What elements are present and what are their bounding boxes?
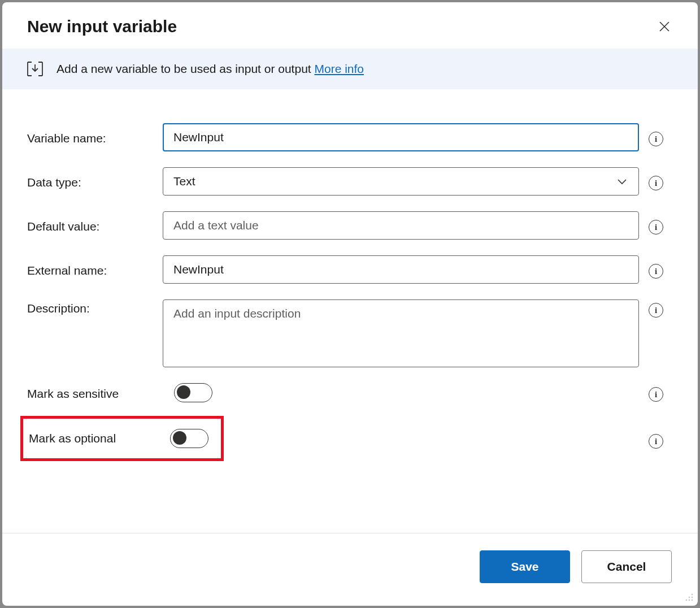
info-icon-sensitive[interactable]: i <box>649 387 663 402</box>
info-icon-data-type[interactable]: i <box>649 176 663 190</box>
toggle-knob <box>173 431 186 445</box>
sensitive-toggle[interactable] <box>174 383 212 402</box>
row-default-value: Default value: i <box>27 211 673 240</box>
external-name-input[interactable] <box>163 255 639 284</box>
info-icon-optional[interactable]: i <box>649 434 663 449</box>
info-icon-external-name[interactable]: i <box>649 264 663 279</box>
close-button[interactable] <box>656 18 673 35</box>
info-icon-variable-name[interactable]: i <box>649 132 663 146</box>
chevron-down-icon <box>616 175 628 188</box>
dialog-header: New input variable <box>2 2 698 49</box>
label-data-type: Data type: <box>27 173 163 189</box>
svg-point-5 <box>686 600 688 601</box>
row-data-type: Data type: Text i <box>27 167 673 196</box>
close-icon <box>659 21 670 32</box>
form-area: Variable name: i Data type: Text i Defau… <box>2 89 698 533</box>
data-type-select[interactable]: Text <box>163 167 639 196</box>
svg-point-4 <box>689 600 690 601</box>
row-variable-name: Variable name: i <box>27 123 673 151</box>
row-sensitive: Mark as sensitive i <box>27 383 673 402</box>
info-icon-description[interactable]: i <box>649 303 663 318</box>
dialog-footer: Save Cancel <box>2 533 698 606</box>
description-input[interactable] <box>163 299 639 367</box>
label-default-value: Default value: <box>27 218 163 233</box>
label-optional: Mark as optional <box>29 432 170 445</box>
more-info-link[interactable]: More info <box>314 62 364 75</box>
variable-name-input[interactable] <box>163 123 639 151</box>
optional-toggle[interactable] <box>170 429 208 448</box>
info-bar: Add a new variable to be used as input o… <box>2 49 698 89</box>
resize-grip-icon[interactable] <box>684 592 694 602</box>
row-optional: Mark as optional i <box>27 418 673 461</box>
info-icon-default-value[interactable]: i <box>649 220 663 234</box>
row-description: Description: i <box>27 299 673 367</box>
input-icon <box>27 61 43 77</box>
svg-point-2 <box>689 597 690 598</box>
dialog-title: New input variable <box>27 17 177 36</box>
toggle-knob <box>177 385 190 399</box>
label-description: Description: <box>27 299 163 315</box>
label-variable-name: Variable name: <box>27 129 163 145</box>
row-external-name: External name: i <box>27 255 673 284</box>
info-text: Add a new variable to be used as input o… <box>56 62 364 76</box>
label-sensitive: Mark as sensitive <box>27 385 174 401</box>
save-button[interactable]: Save <box>480 550 570 583</box>
svg-point-1 <box>692 597 693 598</box>
svg-point-0 <box>692 594 693 596</box>
data-type-value: Text <box>173 175 195 188</box>
svg-point-3 <box>692 600 693 601</box>
optional-highlight: Mark as optional <box>20 416 224 461</box>
default-value-input[interactable] <box>163 211 639 240</box>
new-input-variable-dialog: New input variable Add a new variable to… <box>2 2 698 606</box>
label-external-name: External name: <box>27 262 163 277</box>
cancel-button[interactable]: Cancel <box>581 550 672 583</box>
